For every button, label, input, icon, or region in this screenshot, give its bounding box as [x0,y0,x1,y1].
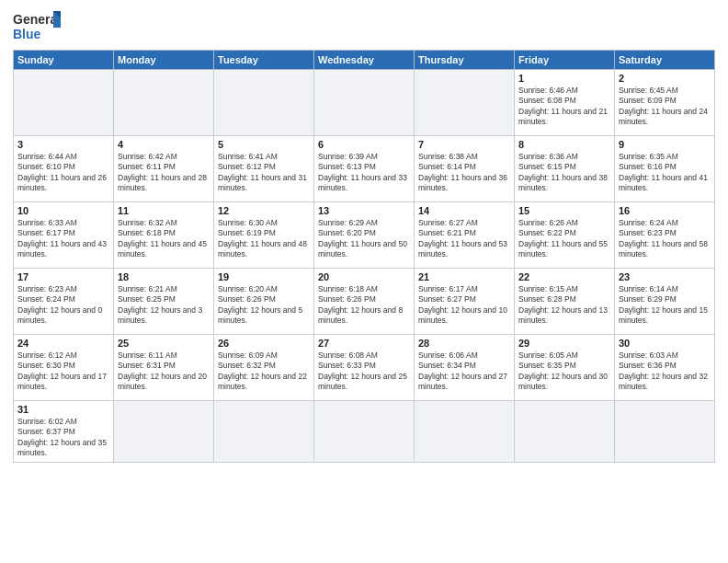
calendar-cell [314,401,415,463]
calendar-cell: 1Sunrise: 6:46 AM Sunset: 6:08 PM Daylig… [515,70,615,136]
day-number: 24 [17,338,109,349]
calendar-cell: 5Sunrise: 6:41 AM Sunset: 6:12 PM Daylig… [214,136,314,202]
day-info: Sunrise: 6:30 AM Sunset: 6:19 PM Dayligh… [218,218,310,260]
day-info: Sunrise: 6:20 AM Sunset: 6:26 PM Dayligh… [218,284,310,327]
calendar-cell: 9Sunrise: 6:35 AM Sunset: 6:16 PM Daylig… [615,136,715,202]
calendar-cell [415,401,515,463]
day-number: 5 [218,139,310,150]
day-info: Sunrise: 6:46 AM Sunset: 6:08 PM Dayligh… [518,86,610,128]
day-info: Sunrise: 6:33 AM Sunset: 6:17 PM Dayligh… [17,218,109,260]
day-info: Sunrise: 6:14 AM Sunset: 6:29 PM Dayligh… [619,284,711,327]
day-number: 14 [418,205,510,216]
day-number: 31 [17,404,109,415]
day-info: Sunrise: 6:08 AM Sunset: 6:33 PM Dayligh… [318,350,410,393]
calendar-cell: 12Sunrise: 6:30 AM Sunset: 6:19 PM Dayli… [214,202,314,269]
calendar-cell: 17Sunrise: 6:23 AM Sunset: 6:24 PM Dayli… [14,269,114,335]
header: General Blue [13,9,715,44]
calendar-cell: 30Sunrise: 6:03 AM Sunset: 6:36 PM Dayli… [615,335,715,401]
weekday-header-friday: Friday [515,51,615,70]
day-info: Sunrise: 6:27 AM Sunset: 6:21 PM Dayligh… [418,218,510,260]
calendar-cell [214,70,314,136]
day-number: 9 [619,139,711,150]
day-number: 6 [318,139,410,150]
day-info: Sunrise: 6:18 AM Sunset: 6:26 PM Dayligh… [318,284,410,327]
day-info: Sunrise: 6:11 AM Sunset: 6:31 PM Dayligh… [118,350,210,393]
calendar-cell: 27Sunrise: 6:08 AM Sunset: 6:33 PM Dayli… [314,335,415,401]
day-number: 19 [218,271,310,282]
calendar-cell [14,70,114,136]
day-info: Sunrise: 6:06 AM Sunset: 6:34 PM Dayligh… [418,350,510,393]
day-info: Sunrise: 6:12 AM Sunset: 6:30 PM Dayligh… [17,350,109,393]
calendar-table: SundayMondayTuesdayWednesdayThursdayFrid… [13,50,715,463]
day-info: Sunrise: 6:39 AM Sunset: 6:13 PM Dayligh… [318,152,410,194]
day-number: 3 [17,139,109,150]
calendar-cell: 2Sunrise: 6:45 AM Sunset: 6:09 PM Daylig… [615,70,715,136]
day-number: 29 [518,338,610,349]
day-number: 4 [118,139,210,150]
day-number: 23 [619,271,711,282]
day-info: Sunrise: 6:21 AM Sunset: 6:25 PM Dayligh… [118,284,210,327]
day-number: 1 [518,73,610,84]
day-number: 20 [318,271,410,282]
calendar-cell [615,401,715,463]
day-number: 12 [218,205,310,216]
day-info: Sunrise: 6:17 AM Sunset: 6:27 PM Dayligh… [418,284,510,327]
week-row-2: 3Sunrise: 6:44 AM Sunset: 6:10 PM Daylig… [14,136,715,202]
calendar-cell [214,401,314,463]
day-number: 27 [318,338,410,349]
weekday-header-monday: Monday [114,51,214,70]
calendar-cell: 23Sunrise: 6:14 AM Sunset: 6:29 PM Dayli… [615,269,715,335]
day-number: 17 [17,271,109,282]
calendar-cell: 15Sunrise: 6:26 AM Sunset: 6:22 PM Dayli… [515,202,615,269]
calendar-cell: 7Sunrise: 6:38 AM Sunset: 6:14 PM Daylig… [415,136,515,202]
calendar-cell: 26Sunrise: 6:09 AM Sunset: 6:32 PM Dayli… [214,335,314,401]
day-number: 16 [619,205,711,216]
week-row-6: 31Sunrise: 6:02 AM Sunset: 6:37 PM Dayli… [14,401,715,463]
generalblue-logo-icon: General Blue [13,9,61,44]
weekday-header-tuesday: Tuesday [214,51,314,70]
calendar-cell [314,70,415,136]
day-info: Sunrise: 6:36 AM Sunset: 6:15 PM Dayligh… [518,152,610,194]
calendar-cell: 6Sunrise: 6:39 AM Sunset: 6:13 PM Daylig… [314,136,415,202]
calendar-cell: 13Sunrise: 6:29 AM Sunset: 6:20 PM Dayli… [314,202,415,269]
day-number: 8 [518,139,610,150]
weekday-header-row: SundayMondayTuesdayWednesdayThursdayFrid… [14,51,715,70]
week-row-5: 24Sunrise: 6:12 AM Sunset: 6:30 PM Dayli… [14,335,715,401]
day-info: Sunrise: 6:02 AM Sunset: 6:37 PM Dayligh… [17,417,109,459]
calendar-cell [114,401,214,463]
calendar-cell: 31Sunrise: 6:02 AM Sunset: 6:37 PM Dayli… [14,401,114,463]
calendar-cell: 8Sunrise: 6:36 AM Sunset: 6:15 PM Daylig… [515,136,615,202]
logo: General Blue [13,9,61,44]
day-info: Sunrise: 6:29 AM Sunset: 6:20 PM Dayligh… [318,218,410,260]
calendar-cell: 22Sunrise: 6:15 AM Sunset: 6:28 PM Dayli… [515,269,615,335]
calendar-cell: 14Sunrise: 6:27 AM Sunset: 6:21 PM Dayli… [415,202,515,269]
day-info: Sunrise: 6:38 AM Sunset: 6:14 PM Dayligh… [418,152,510,194]
calendar-cell [515,401,615,463]
calendar-cell [415,70,515,136]
day-info: Sunrise: 6:23 AM Sunset: 6:24 PM Dayligh… [17,284,109,327]
day-number: 2 [619,73,711,84]
calendar-cell: 10Sunrise: 6:33 AM Sunset: 6:17 PM Dayli… [14,202,114,269]
day-info: Sunrise: 6:24 AM Sunset: 6:23 PM Dayligh… [619,218,711,260]
page: General Blue SundayMondayTuesdayWednesda… [0,0,728,563]
day-info: Sunrise: 6:44 AM Sunset: 6:10 PM Dayligh… [17,152,109,194]
calendar-cell: 19Sunrise: 6:20 AM Sunset: 6:26 PM Dayli… [214,269,314,335]
day-info: Sunrise: 6:15 AM Sunset: 6:28 PM Dayligh… [518,284,610,327]
svg-text:Blue: Blue [13,27,41,41]
calendar-cell: 24Sunrise: 6:12 AM Sunset: 6:30 PM Dayli… [14,335,114,401]
day-number: 28 [418,338,510,349]
calendar-cell: 4Sunrise: 6:42 AM Sunset: 6:11 PM Daylig… [114,136,214,202]
calendar-cell: 25Sunrise: 6:11 AM Sunset: 6:31 PM Dayli… [114,335,214,401]
calendar-cell: 20Sunrise: 6:18 AM Sunset: 6:26 PM Dayli… [314,269,415,335]
day-info: Sunrise: 6:35 AM Sunset: 6:16 PM Dayligh… [619,152,711,194]
calendar-cell: 11Sunrise: 6:32 AM Sunset: 6:18 PM Dayli… [114,202,214,269]
day-info: Sunrise: 6:45 AM Sunset: 6:09 PM Dayligh… [619,86,711,128]
calendar-cell: 18Sunrise: 6:21 AM Sunset: 6:25 PM Dayli… [114,269,214,335]
day-number: 21 [418,271,510,282]
calendar-cell: 3Sunrise: 6:44 AM Sunset: 6:10 PM Daylig… [14,136,114,202]
week-row-1: 1Sunrise: 6:46 AM Sunset: 6:08 PM Daylig… [14,70,715,136]
day-number: 10 [17,205,109,216]
weekday-header-thursday: Thursday [415,51,515,70]
day-info: Sunrise: 6:03 AM Sunset: 6:36 PM Dayligh… [619,350,711,393]
day-info: Sunrise: 6:42 AM Sunset: 6:11 PM Dayligh… [118,152,210,194]
